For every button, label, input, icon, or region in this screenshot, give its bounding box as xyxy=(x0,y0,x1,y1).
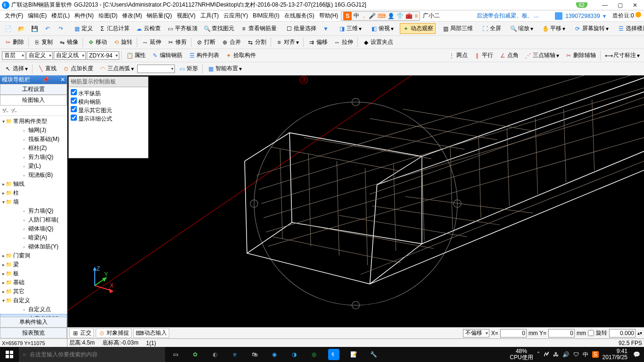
attr-button[interactable]: 📋属性 xyxy=(124,50,148,61)
component-tree[interactable]: ▾📁常用构件类型▫轴网(J)▫筏板基础(M)▫框柱(Z)▫剪力墙(Q)▫梁(L)… xyxy=(0,116,67,317)
tree-item[interactable]: ▫现浇板(B) xyxy=(0,171,67,180)
trim-button[interactable]: ✂修剪 xyxy=(165,37,189,48)
tree-item[interactable]: ▫筏板基础(M) xyxy=(0,135,67,144)
floor-dropdown[interactable]: 首层 xyxy=(2,51,25,60)
break-button[interactable]: ⊘打断 xyxy=(193,37,218,48)
panel-checkbox-row[interactable]: 水平纵筋 xyxy=(71,89,146,98)
tree-item[interactable]: ▫剪力墙(Q) xyxy=(0,153,67,162)
ime-menu-icon[interactable]: ≡ xyxy=(414,13,418,19)
rect-tool-button[interactable]: ▭矩形 xyxy=(176,63,200,74)
y-input[interactable] xyxy=(548,329,575,337)
open-button[interactable]: 📂 xyxy=(15,24,27,34)
overlook-button[interactable]: ◧俯视▾ xyxy=(368,23,396,34)
close-button[interactable]: ✕ xyxy=(632,2,638,8)
arc-option-dropdown[interactable] xyxy=(137,65,175,73)
zoom-button[interactable]: 🔍缩放▾ xyxy=(507,23,536,34)
menu-view[interactable]: 视图(V) xyxy=(175,11,198,21)
flat-top-button[interactable]: ▭平齐板顶 xyxy=(164,23,200,34)
tree-item[interactable]: ▸📁梁 xyxy=(0,260,67,269)
ime-mic-icon[interactable]: 🎤 xyxy=(369,13,376,19)
pick-component-button[interactable]: ✦拾取构件 xyxy=(223,50,258,61)
view-rebar-button[interactable]: ≡查看钢筋量 xyxy=(238,23,279,34)
move-button[interactable]: ✥移动 xyxy=(85,37,109,48)
code-dropdown[interactable]: ZDYX-94 xyxy=(87,51,119,60)
menu-file[interactable]: 文件(F) xyxy=(3,11,25,21)
taskbar-app-5[interactable]: ◎ xyxy=(308,349,320,360)
edit-rebar-button[interactable]: ✎编辑钢筋 xyxy=(149,50,185,61)
find-element-button[interactable]: 🔍查找图元 xyxy=(201,23,237,34)
collapse-icon[interactable]: ⁻⁄₋ xyxy=(10,107,17,114)
taskbar-edge-icon[interactable]: e xyxy=(229,349,240,360)
pan-button[interactable]: ✋平移▾ xyxy=(539,23,568,34)
rotate-checkbox[interactable] xyxy=(588,330,594,336)
sidebar-pin-icon[interactable]: 📌 xyxy=(42,76,49,83)
cloud-check-button[interactable]: ☁云检查 xyxy=(133,23,163,34)
tray-notifications-icon[interactable]: 💬 xyxy=(633,351,640,358)
taskbar-app-3[interactable]: ◉ xyxy=(269,349,280,360)
tree-item[interactable]: ▫剪力墙(Q) xyxy=(0,206,67,215)
taskbar-app-7[interactable]: 🔧 xyxy=(368,349,379,360)
menu-rebar[interactable]: 钢筋量(Q) xyxy=(145,11,173,21)
tree-item[interactable]: ▫人防门框墙( xyxy=(0,215,67,224)
tree-item[interactable]: ▸📁基础 xyxy=(0,278,67,287)
taskbar-app-6[interactable]: 📝 xyxy=(348,349,359,360)
tree-item[interactable]: ▫轴网(J) xyxy=(0,126,67,135)
cost-bean[interactable]: 造价豆:0 xyxy=(612,12,641,20)
panel-checkbox-row[interactable]: 显示详细公式 xyxy=(71,115,146,123)
ortho-toggle[interactable]: ⊞正交 xyxy=(69,328,94,338)
tree-item[interactable]: ▸📁门窗洞 xyxy=(0,251,67,260)
taskbar-clock[interactable]: 9:412017/9/25 xyxy=(603,348,629,361)
taskbar-store-icon[interactable]: 🛍 xyxy=(249,349,260,360)
tree-item[interactable]: ▸📁其它 xyxy=(0,287,67,296)
taskbar-app-2[interactable]: ◐ xyxy=(209,349,221,360)
ime-skin-icon[interactable]: 👕 xyxy=(396,13,404,19)
angle-button[interactable]: ∠点角 xyxy=(496,50,521,61)
type-dropdown[interactable]: 自定义线 xyxy=(54,51,86,60)
user-info[interactable]: 13907298339 ▾ xyxy=(555,12,605,20)
tree-item[interactable]: ▫暗梁(A) xyxy=(0,233,67,242)
undo-button[interactable]: ↶ xyxy=(41,24,54,34)
panel-checkbox[interactable] xyxy=(71,98,77,104)
ime-lang[interactable]: 中 xyxy=(354,12,359,20)
select-tool-button[interactable]: ↖选择▾ xyxy=(2,63,30,74)
maximize-button[interactable]: ▢ xyxy=(617,2,623,8)
stretch-button[interactable]: ↔拉伸 xyxy=(331,37,355,48)
align-button[interactable]: ≡对齐▾ xyxy=(273,37,301,48)
current-user[interactable]: 广小二 xyxy=(421,11,442,21)
sidebar-tab-single[interactable]: 单构件输入 xyxy=(0,317,67,328)
sidebar-tab-draw[interactable]: 绘图输入 xyxy=(0,95,67,106)
menu-edit[interactable]: 编辑(E) xyxy=(26,11,49,21)
extend-button[interactable]: ↔延伸 xyxy=(139,37,164,48)
delete-aux-axis-button[interactable]: ✂删除辅轴 xyxy=(562,50,598,61)
offset-button[interactable]: ⇉偏移 xyxy=(305,37,330,48)
menu-online[interactable]: 在线服务(S) xyxy=(282,11,316,21)
task-view-icon[interactable]: ▭ xyxy=(170,349,181,360)
tip-link[interactable]: 后浇带会扣减梁、板、… xyxy=(477,12,539,20)
three-aux-axis-button[interactable]: ⋰三点辅轴▾ xyxy=(522,50,561,61)
tray-battery-icon[interactable]: 🗲 xyxy=(544,351,549,358)
tree-item[interactable]: ▾📁墙 xyxy=(0,197,67,206)
batch-select-button[interactable]: ☐批量选择 xyxy=(283,23,319,34)
3d-button[interactable]: ◨三维▾ xyxy=(336,23,364,34)
tree-item[interactable]: ▸📁板 xyxy=(0,269,67,278)
category-dropdown[interactable]: 自定义 xyxy=(26,51,53,60)
sidebar-close-icon[interactable]: ✕ xyxy=(60,76,65,83)
two-point-button[interactable]: ⋮两点 xyxy=(446,50,470,61)
menu-component[interactable]: 构件(N) xyxy=(73,11,96,21)
tree-item[interactable]: ▫梁(L) xyxy=(0,162,67,171)
local-3d-button[interactable]: ▥局部三维 xyxy=(439,23,475,34)
sum-button[interactable]: Σ汇总计算 xyxy=(96,23,132,34)
taskbar-ggj-icon[interactable]: 钅 xyxy=(328,349,339,360)
select-floor-button[interactable]: ☰选择楼层 xyxy=(615,23,644,34)
define-button[interactable]: ▦定义 xyxy=(71,23,95,34)
tree-item[interactable]: ▫砌体墙(Q) xyxy=(0,224,67,233)
sidebar-tab-report[interactable]: 报表预览 xyxy=(0,328,67,338)
split-button[interactable]: ⇆分割 xyxy=(244,37,269,48)
menu-modify[interactable]: 修改(M) xyxy=(120,11,144,21)
taskbar-app-1[interactable]: ✿ xyxy=(190,349,201,360)
set-grip-button[interactable]: ◆设置夹点 xyxy=(360,37,396,48)
menu-draw[interactable]: 绘图(D) xyxy=(97,11,120,21)
merge-button[interactable]: ⊕合并 xyxy=(219,37,243,48)
ime-keyboard-icon[interactable]: ⌨ xyxy=(378,13,386,19)
sidebar-tab-project[interactable]: 工程设置 xyxy=(0,84,67,95)
